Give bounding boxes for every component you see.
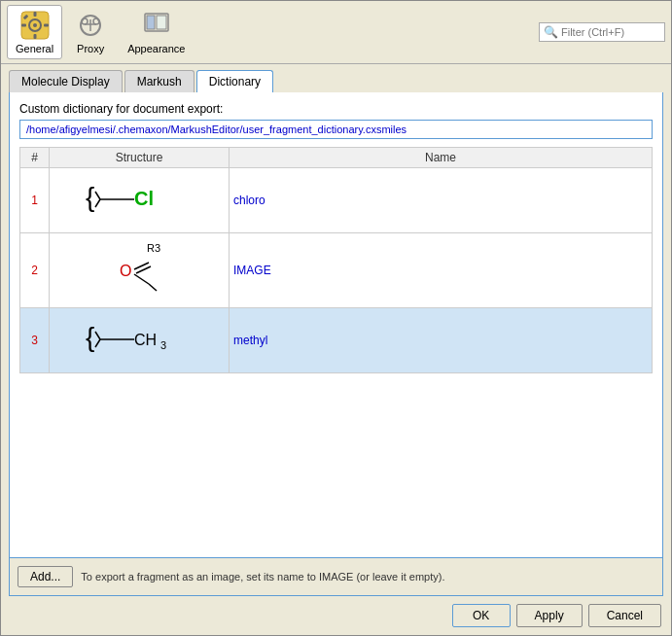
svg-text:{: { — [86, 322, 94, 352]
table-wrapper: # Structure Name 1 — [19, 147, 653, 548]
search-box[interactable]: 🔍 — [539, 22, 665, 42]
search-icon: 🔍 — [544, 25, 558, 39]
footer: OK Apply Cancel — [1, 596, 671, 635]
col-name: Name — [230, 148, 653, 168]
col-structure: Structure — [50, 148, 230, 168]
svg-line-28 — [95, 339, 100, 347]
general-icon — [19, 10, 51, 41]
svg-text:O: O — [120, 263, 131, 279]
proxy-icon — [75, 10, 106, 41]
structure-chloro: Cl { — [81, 172, 197, 226]
preferences-window: General Proxy Ap — [0, 0, 672, 636]
proxy-label: Proxy — [77, 43, 104, 54]
structure-methyl: CH 3 { — [81, 312, 197, 366]
general-label: General — [16, 43, 53, 54]
tabs-bar: Molecule Display Markush Dictionary — [1, 64, 671, 92]
add-button[interactable]: Add... — [18, 566, 73, 587]
struct-cell-3: CH 3 { — [50, 308, 230, 373]
toolbar-general[interactable]: General — [7, 5, 62, 59]
svg-rect-6 — [44, 24, 49, 27]
svg-rect-5 — [21, 24, 26, 27]
content-area: Custom dictionary for document export: /… — [9, 92, 663, 558]
dict-label: Custom dictionary for document export: — [19, 102, 653, 116]
table-row[interactable]: 1 Cl { chloro — [20, 168, 653, 233]
svg-text:3: 3 — [160, 339, 166, 351]
toolbar-proxy[interactable]: Proxy — [66, 5, 115, 59]
struct-cell-1: Cl { — [50, 168, 230, 233]
name-cell-1: chloro — [230, 168, 653, 233]
name-cell-3: methyl — [230, 308, 653, 373]
struct-cell-2: R3 O — [50, 233, 230, 308]
search-input[interactable] — [561, 26, 660, 38]
svg-rect-15 — [157, 16, 166, 29]
svg-line-17 — [95, 199, 100, 207]
ok-button[interactable]: OK — [452, 604, 511, 627]
svg-text:Cl: Cl — [134, 188, 154, 209]
svg-line-25 — [134, 274, 149, 284]
svg-text:{: { — [86, 182, 94, 212]
svg-line-27 — [95, 332, 100, 339]
appearance-label: Appearance — [127, 43, 185, 54]
svg-text:R3: R3 — [147, 242, 160, 254]
row-num-3: 3 — [20, 308, 50, 373]
name-cell-2: IMAGE — [230, 233, 653, 308]
dict-table: # Structure Name 1 — [19, 147, 653, 373]
svg-rect-3 — [33, 12, 36, 17]
table-row[interactable]: 2 R3 O — [20, 233, 653, 308]
toolbar-appearance[interactable]: Appearance — [119, 5, 194, 59]
tab-dictionary[interactable]: Dictionary — [196, 70, 273, 92]
bottom-bar: Add... To export a fragment as an image,… — [9, 558, 663, 596]
svg-line-26 — [149, 284, 157, 291]
svg-line-16 — [95, 192, 100, 199]
row-num-1: 1 — [20, 168, 50, 233]
row-num-2: 2 — [20, 233, 50, 308]
cancel-button[interactable]: Cancel — [588, 604, 661, 627]
structure-image: R3 O — [81, 237, 197, 300]
hint-text: To export a fragment as an image, set it… — [81, 571, 444, 583]
tab-markush[interactable]: Markush — [124, 70, 195, 92]
dict-path: /home/afigyelmesi/.chemaxon/MarkushEdito… — [19, 120, 653, 139]
svg-text:CH: CH — [134, 332, 157, 348]
svg-point-2 — [33, 23, 37, 27]
svg-rect-14 — [147, 16, 155, 29]
col-num: # — [20, 148, 50, 168]
table-row[interactable]: 3 CH 3 { — [20, 308, 653, 373]
apply-button[interactable]: Apply — [516, 604, 583, 627]
svg-rect-4 — [33, 34, 36, 39]
toolbar: General Proxy Ap — [1, 1, 671, 64]
appearance-icon — [141, 10, 172, 41]
tab-molecule-display[interactable]: Molecule Display — [9, 70, 123, 92]
